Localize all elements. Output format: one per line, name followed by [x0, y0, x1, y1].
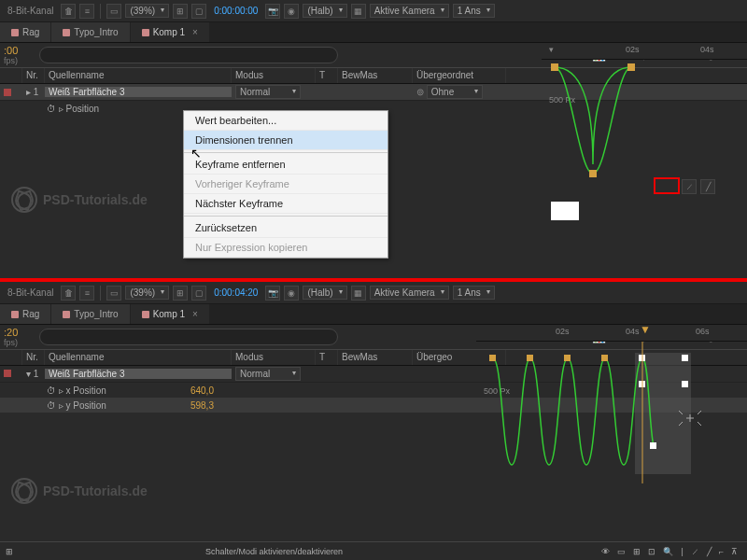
watermark: PSD-Tutorials.de	[11, 187, 148, 213]
fit-icon[interactable]: ⊡	[648, 547, 655, 556]
tab-komp1[interactable]: Komp 1×	[131, 304, 210, 324]
svg-rect-12	[682, 381, 688, 387]
zoom-dropdown[interactable]: (39%)	[125, 4, 169, 18]
context-menu: Wert bearbeiten... Dimensionen trennen K…	[183, 110, 388, 259]
panel-menu-icon[interactable]: ≡	[79, 4, 94, 19]
svg-rect-6	[564, 355, 571, 361]
mask-icon[interactable]: ▢	[191, 286, 206, 301]
graph-editor-top[interactable]: ▾ 02s 04s 500 Px ⟋ ╱	[542, 43, 747, 258]
transparency-icon[interactable]: ▦	[351, 286, 366, 301]
menu-expression-only: Nur Expression kopieren	[184, 238, 388, 258]
menu-next-keyframe[interactable]: Nächster Keyframe	[184, 194, 388, 214]
search-input[interactable]	[39, 329, 338, 345]
tab-rag[interactable]: Rag	[0, 22, 51, 42]
zoom-dropdown[interactable]: (39%)	[125, 286, 169, 300]
fps-label: fps)	[4, 56, 18, 65]
linear-icon[interactable]: ╱	[700, 179, 715, 194]
blend-mode-dropdown[interactable]: Normal	[235, 367, 301, 381]
highlight-box	[654, 177, 680, 194]
toggle-switches-icon[interactable]: ⊞	[6, 547, 13, 556]
camera-dropdown[interactable]: Aktive Kamera	[370, 286, 449, 300]
menu-remove-keyframe[interactable]: Keyframe entfernen	[184, 155, 388, 175]
region-icon[interactable]: ▭	[106, 4, 121, 19]
fps-label: fps)	[4, 338, 18, 347]
timecode[interactable]: 0:00:00:00	[210, 6, 261, 16]
current-time[interactable]: :20	[4, 327, 18, 338]
graph-type-icon[interactable]: ▭	[617, 547, 626, 556]
quality-dropdown[interactable]: (Halb)	[303, 4, 346, 18]
timecode[interactable]: 0:00:04:20	[210, 287, 261, 298]
stopwatch-icon[interactable]: ⏱	[47, 104, 56, 114]
menu-reset[interactable]: Zurücksetzen	[184, 218, 388, 238]
easy-ease-icon[interactable]: ⊼	[731, 547, 738, 556]
menu-prev-keyframe: Vorheriger Keyframe	[184, 175, 388, 194]
menu-edit-value[interactable]: Wert bearbeiten...	[184, 111, 388, 131]
grid-icon[interactable]: ⊞	[173, 286, 188, 301]
mask-icon[interactable]: ▢	[191, 4, 206, 19]
close-icon[interactable]: ×	[192, 27, 198, 37]
y-pos-value[interactable]: 598,3	[190, 400, 214, 411]
tab-rag[interactable]: Rag	[0, 304, 51, 324]
snapshot-icon[interactable]: 📷	[265, 286, 280, 301]
expand-icon[interactable]: ▸	[26, 87, 31, 97]
graph-tools: ⟋ ╱	[682, 179, 715, 194]
layer-name[interactable]: Weiß Farbfläche 3	[45, 87, 232, 97]
channel-icon[interactable]: ◉	[284, 286, 299, 301]
autobezier-icon[interactable]: ╱	[707, 547, 712, 556]
col-trackmat: BewMas	[338, 68, 413, 83]
parent-dropdown[interactable]: Ohne	[427, 85, 483, 99]
x-pos-value[interactable]: 640,0	[190, 385, 214, 396]
timeline-tabs: Rag Typo_Intro Komp 1×	[0, 22, 747, 43]
cursor-icon: ↖	[190, 146, 202, 161]
svg-rect-10	[682, 355, 688, 361]
trash-icon[interactable]: 🗑	[61, 4, 76, 19]
quality-dropdown[interactable]: (Halb)	[303, 286, 346, 300]
keyframe-nav-icon[interactable]: ▹	[59, 400, 63, 411]
viewer-toolbar-bottom: 8-Bit-Kanal 🗑 ≡ ▭ (39%) ⊞ ▢ 0:00:04:20 📷…	[0, 282, 747, 304]
channel-label: 8-Bit-Kanal	[4, 287, 57, 298]
stopwatch-icon[interactable]: ⏱	[47, 385, 56, 396]
grid-icon[interactable]: ⊞	[173, 4, 188, 19]
trash-icon[interactable]: 🗑	[61, 286, 76, 301]
keyframe-nav-icon[interactable]: ▹	[59, 385, 63, 396]
keyframe-nav-icon[interactable]: ▹	[59, 104, 63, 114]
viewer-toolbar-top: 8-Bit-Kanal 🗑 ≡ ▭ (39%) ⊞ ▢ 0:00:00:00 📷…	[0, 0, 747, 22]
timeline-tabs: Rag Typo_Intro Komp 1×	[0, 304, 747, 325]
snap-icon[interactable]: ⊞	[633, 547, 641, 556]
region-icon[interactable]: ▭	[106, 286, 121, 301]
views-dropdown[interactable]: 1 Ans	[453, 4, 495, 18]
close-icon[interactable]: ×	[192, 309, 198, 319]
col-sourcename: Quellenname	[45, 68, 232, 83]
expand-icon[interactable]: ▾	[26, 369, 31, 379]
tab-typo-intro[interactable]: Typo_Intro	[51, 304, 130, 324]
menu-separate-dimensions[interactable]: Dimensionen trennen	[184, 131, 388, 150]
watermark: PSD-Tutorials.de	[11, 478, 148, 504]
bezier-icon[interactable]: ⟋	[682, 179, 697, 194]
panel-menu-icon[interactable]: ≡	[79, 286, 94, 301]
stopwatch-icon[interactable]: ⏱	[47, 400, 56, 411]
zoom-icon[interactable]: 🔍	[663, 547, 673, 556]
col-parent: Übergeordnet	[413, 68, 506, 83]
transparency-icon[interactable]: ▦	[351, 4, 366, 19]
channel-icon[interactable]: ◉	[284, 4, 299, 19]
tab-typo-intro[interactable]: Typo_Intro	[51, 22, 130, 42]
footer-text[interactable]: Schalter/Modi aktivieren/deaktivieren	[205, 547, 343, 556]
value-graph[interactable]	[476, 325, 747, 502]
eye-icon[interactable]: 👁	[601, 547, 610, 556]
channel-label: 8-Bit-Kanal	[4, 6, 57, 16]
bezier-icon[interactable]: ⟋	[691, 547, 699, 556]
camera-dropdown[interactable]: Aktive Kamera	[370, 4, 449, 18]
svg-rect-9	[650, 442, 656, 449]
current-time[interactable]: :00	[4, 45, 18, 56]
layer-name[interactable]: Weiß Farbfläche 3	[45, 369, 232, 379]
separator: |	[681, 547, 683, 556]
views-dropdown[interactable]: 1 Ans	[453, 286, 495, 300]
blend-mode-dropdown[interactable]: Normal	[235, 85, 301, 99]
watermark-logo-icon	[11, 478, 37, 504]
search-input[interactable]	[39, 47, 338, 63]
graph-editor-bottom[interactable]: 02s 04s 06s ▼ 500 Px	[476, 325, 747, 521]
snapshot-icon[interactable]: 📷	[265, 4, 280, 19]
linear-icon[interactable]: ⌐	[719, 547, 724, 556]
preview-box	[551, 202, 579, 220]
tab-komp1[interactable]: Komp 1×	[131, 22, 210, 42]
